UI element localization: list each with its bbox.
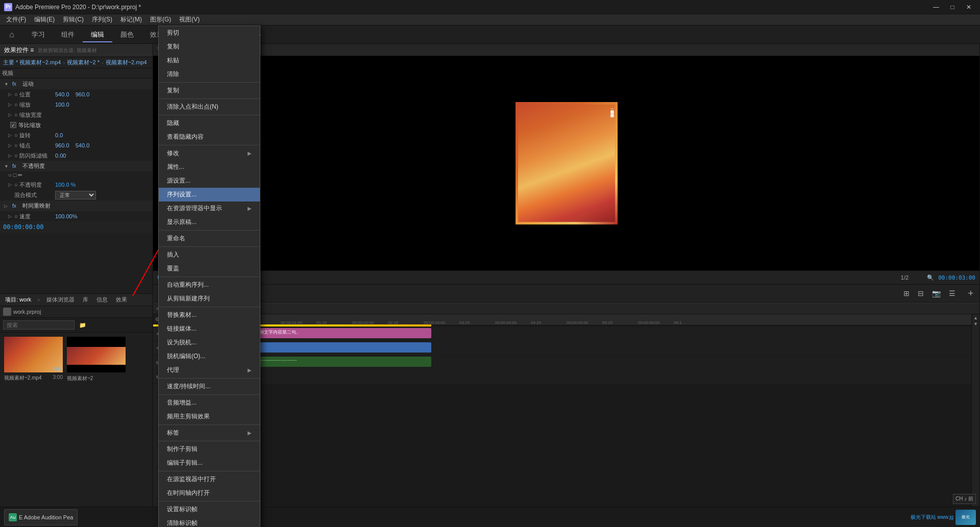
nav-tab-color[interactable]: 颜色 [112, 27, 142, 42]
nav-tab-assembly[interactable]: 组件 [53, 27, 83, 42]
search-input[interactable] [3, 320, 75, 330]
insert-btn[interactable]: ⊞ [901, 288, 912, 298]
menu-marker[interactable]: 标记(M) [116, 14, 146, 25]
effect-controls-header: 效果控件 ≡ 音效剪辑混合器: 视频素材 [0, 44, 153, 57]
overwrite-btn[interactable]: ⊟ [916, 288, 926, 298]
minimize-button[interactable]: — [929, 2, 943, 12]
track-v2[interactable]: 举例文字内容第一句，举例文字内容第二句。 [207, 327, 971, 341]
ctx-item[interactable]: 显示原稿... [159, 215, 260, 229]
blend-mode-select[interactable]: 正常 [55, 191, 96, 199]
ctx-item[interactable]: 设为脱机... [159, 336, 260, 349]
media-item-2[interactable]: 视频素材~2 [67, 337, 126, 509]
effect-controls-label[interactable]: 效果控件 ≡ [4, 46, 34, 55]
ctx-item[interactable]: 编辑子剪辑... [159, 456, 260, 470]
taskbar: Au E Adobe Audition Pea 极光下载站 www.jg 极光 [0, 507, 980, 527]
ctx-item[interactable]: 在时间轴内打开 [159, 486, 260, 500]
ctx-item[interactable]: 清除标识帧 [159, 516, 260, 527]
ctx-item[interactable]: 在源监视器中打开 [159, 472, 260, 486]
settings-btn[interactable]: ☰ [947, 288, 958, 298]
taskbar-right: 极光下载站 www.jg 极光 [911, 510, 976, 525]
ctx-item[interactable]: 自动重构序列... [159, 278, 260, 292]
breadcrumb-sequence[interactable]: 视频素材~2 * [67, 59, 100, 66]
ctx-item[interactable]: 替换素材... [159, 308, 260, 322]
ctx-item[interactable]: 制作子剪辑 [159, 442, 260, 456]
menu-sequence[interactable]: 序列(S) [88, 14, 116, 25]
ctx-item[interactable]: 链接媒体... [159, 322, 260, 336]
left-panel: 效果控件 ≡ 音效剪辑混合器: 视频素材 主要 * 视频素材~2.mp4 › 视… [0, 44, 153, 527]
tab-effects[interactable]: 效果 [114, 295, 129, 304]
uniform-scale-row: ✓ 等比缩放 [0, 120, 153, 130]
scroll-down-icon[interactable]: ▼ [973, 321, 978, 327]
ctx-item[interactable]: 隐藏 [159, 116, 260, 130]
add-track-preview-btn[interactable]: + [966, 287, 975, 300]
track-a2[interactable] [207, 370, 971, 384]
ctx-item[interactable]: 清除入点和出点(N) [159, 100, 260, 114]
ctx-item[interactable]: 音频增益... [159, 396, 260, 410]
home-icon[interactable]: ⌂ [4, 27, 19, 42]
tab-media-browser[interactable]: 媒体浏览器 [44, 295, 77, 304]
tab-library[interactable]: 库 [81, 295, 90, 304]
ctx-item[interactable]: 粘贴 [159, 54, 260, 67]
audio-mixer-label[interactable]: 音效剪辑混合器: 视频素材 [38, 47, 97, 54]
uniform-scale-checkbox[interactable]: ✓ [10, 122, 16, 128]
preview-time-right: 00:00:03:00 [938, 274, 975, 281]
breadcrumb-clip[interactable]: 视频素材~2.mp4 [106, 59, 147, 66]
watermark-badge: 极光 [955, 510, 976, 525]
ctx-item[interactable]: 从剪辑新建序列 [159, 292, 260, 306]
ctx-item[interactable]: 源设置... [159, 174, 260, 188]
app-logo: Pr [4, 3, 12, 11]
ctx-item[interactable]: 序列设置... [159, 188, 260, 202]
time-remap-expand-arrow[interactable]: ▷ [4, 204, 10, 209]
opacity-expand-arrow[interactable]: ▼ [4, 164, 10, 169]
close-button[interactable]: ✕ [962, 2, 976, 12]
ctx-item[interactable]: 复制 [159, 84, 260, 97]
menu-clip[interactable]: 剪辑(C) [59, 14, 88, 25]
export-frame-btn[interactable]: 📷 [930, 288, 943, 298]
ctx-item[interactable]: 查看隐藏内容 [159, 130, 260, 144]
zoom-icon[interactable]: 🔍 [927, 274, 934, 281]
menu-file[interactable]: 文件(F) [2, 14, 30, 25]
thumb-name-2: 视频素材~2 [67, 375, 93, 381]
menu-graphic[interactable]: 图形(G) [146, 14, 175, 25]
new-bin-icon[interactable]: 📁 [78, 320, 88, 330]
menu-view[interactable]: 视图(V) [175, 14, 204, 25]
ctx-item[interactable]: 覆盖 [159, 262, 260, 275]
media-item-1[interactable]: ⊞⊟ 视频素材~2.mp4 3:00 [4, 337, 63, 509]
ctx-item[interactable]: 重命名 [159, 232, 260, 245]
folder-icon [3, 308, 11, 316]
ctx-item[interactable]: 设置标识帧 [159, 503, 260, 516]
ctx-item[interactable]: 属性... [159, 160, 260, 174]
ctx-item[interactable]: 清除 [159, 67, 260, 81]
ctx-item[interactable]: 速度/持续时间... [159, 380, 260, 393]
ctx-item[interactable]: 在资源管理器中显示▶ [159, 202, 260, 215]
opacity-section: ▼ fx 不透明度 [0, 161, 153, 171]
nav-tab-learn[interactable]: 学习 [23, 27, 53, 42]
ctx-item[interactable]: 代理▶ [159, 363, 260, 377]
ctx-item[interactable]: 剪切 [159, 26, 260, 40]
maximize-button[interactable]: □ [945, 2, 960, 12]
nav-tab-edit[interactable]: 编辑 [83, 27, 112, 42]
scroll-up-icon[interactable]: ▲ [973, 315, 978, 320]
tab-info[interactable]: 信息 [94, 295, 110, 304]
ruler-mark-2: 00:00:01:00 [281, 320, 302, 324]
menu-edit[interactable]: 编辑(E) [30, 14, 59, 25]
ctx-item[interactable]: 复制 [159, 40, 260, 54]
anchor-row: ▷ ○ 锚点 960.0 540.0 [0, 140, 153, 150]
timeline-right-controls: ▲ ▼ [971, 314, 979, 515]
ctx-item[interactable]: 标签▶ [159, 426, 260, 440]
timeline-content: 00:00 00:15 00:00:01:00 01:15 00:00:02:0… [207, 314, 971, 515]
taskbar-label: E Adobe Audition Pea [19, 514, 73, 520]
taskbar-audition[interactable]: Au E Adobe Audition Pea [4, 509, 78, 525]
ctx-item[interactable]: 频用主剪辑效果 [159, 410, 260, 423]
ctx-item[interactable]: 插入 [159, 248, 260, 262]
bottom-panel-tabs: 项目: work ≡ 媒体浏览器 库 信息 效果 [0, 294, 153, 306]
track-a1[interactable]: ~~~~~~~~~~~~~~~~~~~~~~~~~~~~~~~~~~~~~ [207, 356, 971, 370]
breadcrumb-source[interactable]: 主要 * 视频素材~2.mp4 [3, 59, 61, 66]
track-v1[interactable]: 视频素材~2.mp4[V] [207, 341, 971, 356]
ctx-item[interactable]: 脱机编辑(O)... [159, 349, 260, 363]
video-section-label: 视频 [0, 68, 153, 79]
motion-expand-arrow[interactable]: ▼ [4, 82, 10, 87]
ctx-item[interactable]: 修改▶ [159, 146, 260, 160]
scale-row: ▷ ○ 缩放 100.0 [0, 99, 153, 110]
tab-project[interactable]: 项目: work [3, 295, 33, 304]
